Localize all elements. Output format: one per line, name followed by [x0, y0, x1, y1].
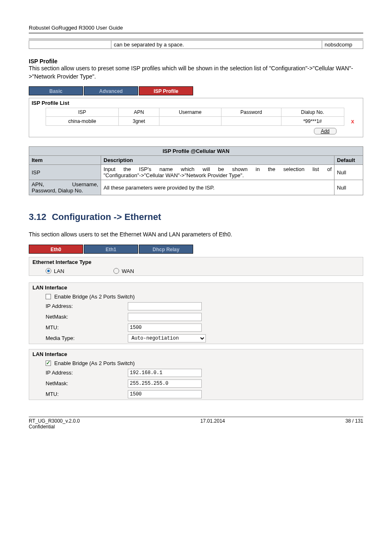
section-heading: 3.12 Configuration -> Ethernet [29, 212, 363, 222]
mask-label: NetMask: [46, 314, 128, 320]
table-row: china-mobile 3gnet *99***1# x [31, 117, 361, 126]
section-number: 3.12 [29, 212, 49, 222]
divider [29, 39, 363, 39]
tab-strip-eth: Eth0 Eth1 Dhcp Relay [29, 245, 363, 254]
mtu-input[interactable] [128, 390, 202, 398]
item-apn: APN,Username, Password, Dialup No. [29, 180, 101, 195]
isp-profile-list-panel: ISP Profile List ISP APN Username Passwo… [29, 98, 363, 137]
info-table: can be separated by a space. nobsdcomp [29, 40, 363, 49]
isp-profile-list-title: ISP Profile List [32, 100, 361, 106]
lan-interface-panel-1: LAN Interface Enable Bridge (As 2 Ports … [29, 282, 363, 344]
footer: RT_UG_R3000_v.2.0.0 17.01.2014 38 / 131 [29, 418, 363, 424]
cell-dial: *99***1# [281, 117, 344, 126]
hdr-def: Default [334, 156, 363, 165]
footer-left: RT_UG_R3000_v.2.0.0 [29, 418, 80, 424]
lan-interface-panel-2: LAN Interface Enable Bridge (As 2 Ports … [29, 349, 363, 400]
tab-isp-profile[interactable]: ISP Profile [139, 86, 193, 95]
bridge-checkbox[interactable] [46, 294, 51, 299]
cell-isp: china-mobile [46, 117, 119, 126]
mtu-label: MTU: [46, 324, 128, 331]
col-apn: APN [119, 108, 159, 117]
divider [29, 32, 363, 34]
bridge-checkbox[interactable] [46, 361, 51, 366]
item-isp: ISP [29, 165, 101, 180]
hdr-desc: Description [101, 156, 334, 165]
info-col1 [29, 41, 111, 49]
tab-eth1[interactable]: Eth1 [84, 245, 138, 254]
mask-label: NetMask: [46, 380, 128, 386]
media-label: Media Type: [46, 335, 128, 341]
col-password: Password [221, 108, 281, 117]
mtu-input[interactable] [128, 324, 202, 332]
col-isp: ISP [46, 108, 119, 117]
isp-profile-heading: ISP Profile [29, 58, 363, 65]
desc-isp: Input the ISP's name which will be shown… [101, 165, 334, 180]
mask-input[interactable] [128, 313, 202, 321]
mask-input[interactable] [128, 379, 202, 388]
footer-right: 38 / 131 [346, 418, 363, 424]
mtu-label: MTU: [46, 391, 128, 397]
panel-title: LAN Interface [29, 349, 363, 359]
desc-apn: All these parameters were provided by th… [101, 180, 334, 195]
add-button[interactable]: Add [314, 128, 337, 134]
tab-dhcp-relay[interactable]: Dhcp Relay [139, 245, 193, 254]
radio-lan[interactable]: LAN [46, 268, 64, 274]
radio-selected-icon [46, 268, 51, 274]
isp-profile-text: This section allow users to preset some … [29, 65, 363, 81]
panel-title: LAN Interface [29, 283, 363, 292]
tab-strip: Basic Advanced ISP Profile [29, 86, 363, 95]
cell-pass [221, 117, 281, 126]
media-select[interactable]: Auto-negotiation [128, 334, 206, 342]
ip-input[interactable] [128, 302, 202, 310]
radio-wan[interactable]: WAN [113, 268, 134, 274]
cell-user [159, 117, 221, 126]
ip-label: IP Address: [46, 303, 128, 309]
ip-label: IP Address: [46, 370, 128, 376]
isp-profile-table: ISP APN Username Password Dialup No. chi… [31, 108, 361, 126]
divider [29, 416, 363, 417]
col-dialup: Dialup No. [281, 108, 344, 117]
doc-title: Robustel GoRugged R3000 User Guide [29, 25, 363, 31]
eth-intro: This section allows users to set the Eth… [29, 231, 363, 239]
info-col2: can be separated by a space. [111, 41, 322, 49]
tab-advanced[interactable]: Advanced [84, 86, 138, 95]
radio-wan-label: WAN [122, 268, 134, 274]
cell-apn: 3gnet [119, 117, 159, 126]
section-title: Configuration -> Ethernet [52, 212, 161, 222]
eth-interface-type-panel: Ethernet Interface Type LAN WAN [29, 257, 363, 276]
table-row: ISP Input the ISP's name which will be s… [29, 165, 363, 180]
footer-center: 17.01.2014 [200, 418, 225, 424]
bridge-label: Enable Bridge (As 2 Ports Switch) [54, 360, 135, 366]
tab-eth0[interactable]: Eth0 [29, 245, 83, 254]
col-username: Username [159, 108, 221, 117]
bridge-label: Enable Bridge (As 2 Ports Switch) [54, 294, 135, 300]
radio-unselected-icon [113, 268, 119, 274]
footer-confidential: Confidential [29, 424, 363, 430]
ip-input[interactable] [128, 369, 202, 377]
radio-lan-label: LAN [54, 268, 64, 274]
desc-caption: ISP Profile @Cellular WAN [29, 147, 363, 156]
panel-title: Ethernet Interface Type [29, 257, 363, 267]
table-row: APN,Username, Password, Dialup No. All t… [29, 180, 363, 195]
hdr-item: Item [29, 156, 101, 165]
description-table: ISP Profile @Cellular WAN Item Descripti… [29, 146, 363, 195]
delete-icon[interactable]: x [351, 118, 354, 125]
def-isp: Null [334, 165, 363, 180]
info-col3: nobsdcomp [322, 41, 363, 49]
def-apn: Null [334, 180, 363, 195]
tab-basic[interactable]: Basic [29, 86, 83, 95]
